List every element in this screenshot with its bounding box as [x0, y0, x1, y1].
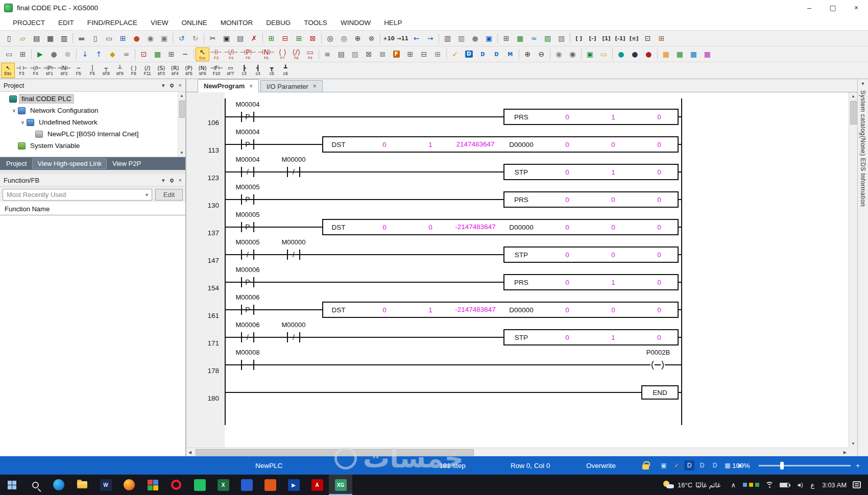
open-icon[interactable]: ▱ — [16, 32, 30, 45]
find-again-icon[interactable]: ◎ — [337, 32, 351, 45]
tray-chevron-icon[interactable]: ∧ — [730, 481, 737, 489]
zoom-slider-thumb[interactable] — [780, 462, 784, 469]
array-icon[interactable]: [ ] — [572, 32, 586, 45]
menu-project[interactable]: PROJECT — [6, 15, 52, 30]
stop-icon[interactable]: ⊗ — [61, 47, 75, 61]
print-all-icon[interactable]: ▥ — [454, 32, 468, 45]
grid2-icon[interactable]: ⊞ — [403, 47, 417, 61]
page-setup-icon[interactable]: ▭ — [102, 32, 116, 45]
ladder-canvas[interactable]: M00004PPRS010M00004PDST012147483647D0000… — [225, 92, 849, 448]
menu-window[interactable]: WINDOW — [334, 15, 377, 30]
ladder-contact[interactable] — [283, 164, 304, 180]
expander-icon[interactable]: ∨ — [11, 108, 17, 113]
close-icon[interactable]: × — [249, 83, 253, 90]
panel-tab-view-p2p[interactable]: View P2P — [108, 158, 146, 169]
undo-icon[interactable]: ↺ — [175, 32, 188, 45]
photos-app[interactable] — [141, 475, 164, 495]
note-icon[interactable]: ▭ — [597, 47, 611, 61]
array-neg-icon[interactable]: [-1] — [613, 32, 627, 45]
scroll-thumb[interactable] — [850, 101, 857, 125]
green-app[interactable] — [188, 475, 211, 495]
goto-step-icon[interactable]: +10 — [382, 32, 396, 45]
grid-view-icon[interactable]: ⊞ — [116, 32, 130, 45]
copy-icon[interactable]: ▣ — [220, 32, 233, 45]
screen-icon[interactable]: ▣ — [583, 47, 597, 61]
window-icon[interactable]: ▭ — [2, 47, 16, 61]
panel-tab-view-high-speed-link[interactable]: View High-speed Link — [32, 158, 107, 169]
tool-sf3[interactable]: ⟨S⟩sF3 — [154, 63, 168, 78]
nc-coil-tool[interactable]: ⟨/⟩F8 — [290, 47, 303, 61]
tab-newprogram[interactable]: NewProgram× — [198, 79, 259, 92]
scroll-thumb[interactable] — [196, 449, 474, 456]
goto-next-icon[interactable]: →11 — [396, 32, 409, 45]
mod3-icon[interactable]: ▦ — [687, 47, 701, 61]
mod2-icon[interactable]: ▦ — [673, 47, 687, 61]
delete-icon[interactable]: ✗ — [247, 32, 261, 45]
upload-icon[interactable]: ↑ — [92, 47, 106, 61]
delete-line-icon[interactable]: ⊟ — [278, 32, 292, 45]
menu-online[interactable]: ONLINE — [175, 15, 214, 30]
close-button[interactable]: × — [845, 0, 868, 15]
scroll-down-icon[interactable]: ▼ — [180, 149, 184, 157]
delete-cell-icon[interactable]: ⊠ — [306, 32, 320, 45]
pulse-contact-tool[interactable]: ⊣P⊢F5 — [239, 47, 257, 61]
circle1-icon[interactable]: ● — [614, 47, 628, 61]
check-program-icon[interactable]: ✓ — [448, 47, 462, 61]
zoom-slider[interactable] — [759, 456, 851, 475]
file-explorer[interactable] — [70, 475, 94, 495]
link-icon[interactable]: ∞ — [119, 47, 133, 61]
cut-icon[interactable]: ✂ — [206, 32, 220, 45]
start-button[interactable] — [0, 475, 23, 495]
function-filter-select[interactable]: Most Recently Used ▾ — [3, 189, 152, 201]
device1-icon[interactable]: D — [462, 47, 476, 61]
tool-f11[interactable]: ⟨/⟩F11 — [140, 63, 154, 78]
menu-help[interactable]: HELP — [377, 15, 408, 30]
tool-f6[interactable]: │F6 — [85, 63, 99, 78]
trend-icon[interactable]: ≈ — [527, 32, 541, 45]
run-icon[interactable]: ▶ — [33, 47, 47, 61]
vertical-scrollbar[interactable]: ▲ ▼ — [849, 92, 857, 448]
word-app[interactable]: W — [94, 475, 117, 495]
coil-tool[interactable]: ⟨ ⟩F7 — [276, 47, 290, 61]
tool-sf6[interactable]: ⟨N⟩sF6 — [196, 63, 209, 78]
menu-monitor[interactable]: MONITOR — [214, 15, 260, 30]
memory-icon[interactable]: M — [503, 47, 517, 61]
tool-c6[interactable]: ┻c6 — [279, 63, 293, 78]
wifi-icon[interactable] — [765, 482, 774, 488]
font-icon[interactable]: F — [390, 47, 403, 61]
monitor-grid-icon[interactable]: ⊞ — [655, 32, 668, 45]
monitor-start-icon[interactable]: ▦ — [151, 47, 164, 61]
close-icon[interactable]: × — [313, 83, 317, 90]
tab-i-o-parameter[interactable]: I/O Parameter× — [260, 80, 323, 92]
tool-sf5[interactable]: ⟨P⟩sF5 — [182, 63, 196, 78]
clock[interactable]: 3:03 AM — [822, 481, 847, 489]
ladder-contact[interactable] — [237, 357, 258, 373]
insert-cell-icon[interactable]: ⊞ — [292, 32, 306, 45]
tool-f4[interactable]: ⊣/⊢F4 — [29, 63, 42, 78]
panel-tab-project[interactable]: Project — [2, 158, 31, 169]
opera-browser[interactable] — [164, 475, 188, 495]
ladder-contact[interactable] — [237, 137, 258, 152]
user-icon[interactable]: ● — [468, 32, 482, 45]
array-list-icon[interactable]: [≡] — [627, 32, 641, 45]
ladder-contact[interactable] — [283, 330, 304, 345]
image-icon[interactable]: ▧ — [554, 32, 568, 45]
cascade-icon[interactable]: ⊞ — [16, 47, 30, 61]
options-icon[interactable]: ▣ — [482, 32, 496, 45]
tree-scrollbar[interactable]: ▲ ▼ — [178, 92, 185, 157]
forward-icon[interactable]: → — [423, 32, 437, 45]
scroll-left-icon[interactable]: ◀ — [186, 450, 194, 455]
tree-item-newplc-b0s0-internal-cnet[interactable]: NewPLC [B0S0 Internal Cnet] — [0, 128, 185, 140]
battery-icon[interactable] — [780, 483, 789, 487]
comment-icon[interactable]: ▤ — [334, 47, 348, 61]
tool-f9[interactable]: ⟨ ⟩F9 — [127, 63, 140, 78]
chart-icon[interactable]: ▦ — [513, 32, 527, 45]
fb-tool[interactable]: ▭F9 — [303, 47, 317, 61]
ladder-contact[interactable] — [237, 164, 258, 180]
ladder-contact[interactable] — [237, 247, 258, 262]
circle2-icon[interactable]: ● — [628, 47, 642, 61]
tool-esc[interactable]: ↖Esc — [1, 63, 15, 78]
pdf-app[interactable]: A — [305, 475, 329, 495]
menu-view[interactable]: VIEW — [144, 15, 175, 30]
end-block[interactable]: END — [641, 385, 679, 400]
